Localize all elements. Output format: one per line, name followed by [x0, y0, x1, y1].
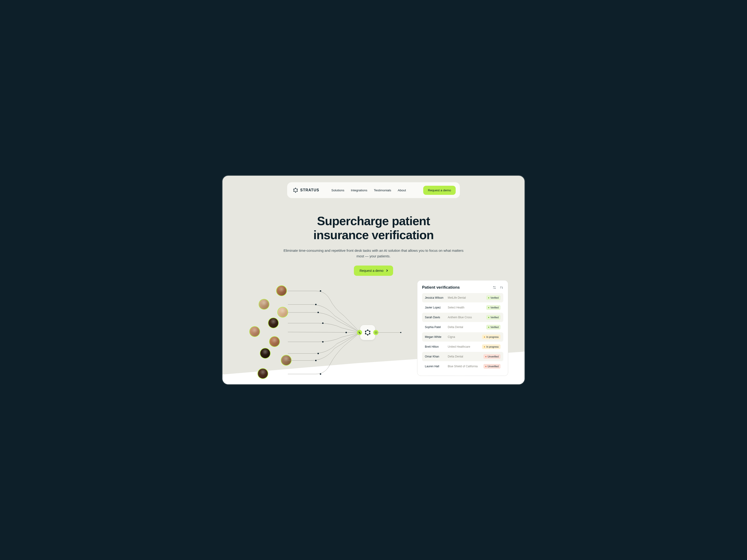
avatar	[257, 368, 268, 379]
hero-title-line2: insurance verification	[313, 228, 434, 242]
status-label: Verified	[490, 326, 499, 328]
patient-name: Lauren Hall	[425, 365, 448, 368]
nav-link-solutions[interactable]: Solutions	[331, 189, 344, 192]
brand-logo[interactable]: STRATUS	[293, 187, 319, 193]
status-dot-icon	[485, 356, 487, 357]
status-label: In progress	[486, 345, 499, 348]
svg-point-14	[320, 373, 321, 375]
status-dot-icon	[484, 346, 485, 347]
status-badge: Unverified	[484, 354, 500, 359]
hero-request-demo-button[interactable]: Request a demo	[354, 266, 393, 276]
status-badge: Verified	[486, 325, 500, 329]
phone-icon	[357, 330, 362, 335]
insurance-provider: MetLife Dental	[448, 296, 486, 299]
status-label: Unverified	[488, 365, 499, 368]
status-label: Unverified	[488, 355, 499, 358]
insurance-provider: Anthem Blue Cross	[448, 316, 486, 319]
table-row[interactable]: Sarah DavisAnthem Blue CrossVerified	[422, 313, 503, 322]
hero-section: Supercharge patient insurance verificati…	[282, 214, 465, 276]
output-line	[376, 332, 401, 333]
status-label: In progress	[486, 336, 499, 338]
status-label: Verified	[490, 316, 499, 319]
avatar	[249, 326, 260, 337]
status-badge: Verified	[486, 295, 500, 300]
svg-point-23	[493, 286, 494, 287]
avatar	[276, 285, 287, 296]
status-dot-icon	[488, 327, 489, 328]
status-dot-icon	[484, 337, 485, 338]
status-dot-icon	[485, 366, 487, 367]
status-dot-icon	[488, 297, 489, 298]
svg-point-9	[322, 322, 324, 324]
chevron-right-icon	[385, 269, 388, 272]
nav-request-demo-button[interactable]: Request a demo	[423, 186, 456, 195]
status-label: Verified	[490, 296, 499, 299]
insurance-provider: Select Health	[448, 306, 486, 309]
svg-point-11	[322, 341, 324, 343]
hero-title-line1: Supercharge patient	[317, 214, 430, 228]
hero-title: Supercharge patient insurance verificati…	[282, 214, 465, 242]
hero-subtitle: Eliminate time-consuming and repetitive …	[282, 248, 465, 259]
svg-point-8	[317, 312, 319, 313]
status-badge: Unverified	[484, 364, 500, 369]
svg-point-26	[495, 288, 495, 289]
table-row[interactable]: Omar KhanDelta DentalUnverified	[422, 352, 503, 361]
device-frame: STRATUS Solutions Integrations Testimoni…	[222, 175, 525, 385]
nav-links: Solutions Integrations Testimonials Abou…	[331, 189, 406, 192]
insurance-provider: United Healthcare	[448, 345, 482, 348]
patient-name: Megan White	[425, 335, 448, 339]
insurance-provider: Cigna	[448, 335, 482, 339]
connector-lines	[288, 288, 363, 379]
status-badge: Verified	[486, 305, 500, 310]
table-row[interactable]: Megan WhiteCignaIn progress	[422, 332, 503, 342]
status-label: Verified	[490, 306, 499, 309]
status-badge: In progress	[482, 335, 500, 339]
logo-icon	[293, 187, 298, 193]
status-dot-icon	[488, 317, 489, 318]
sort-icon[interactable]	[499, 286, 503, 289]
patient-name: Javier Lopez	[425, 306, 448, 309]
panel-header: Patient verifications	[422, 285, 503, 290]
table-row[interactable]: Lauren HallBlue Shield of CaliforniaUnve…	[422, 362, 503, 371]
status-dot-icon	[488, 307, 489, 308]
hub-node	[360, 325, 375, 340]
filter-icon[interactable]	[493, 286, 496, 289]
hero-cta-label: Request a demo	[360, 269, 384, 272]
top-nav: STRATUS Solutions Integrations Testimoni…	[287, 182, 460, 198]
table-row[interactable]: Brett HiltonUnited HealthcareIn progress	[422, 342, 503, 351]
insurance-provider: Blue Shield of California	[448, 365, 484, 368]
status-badge: In progress	[482, 344, 500, 349]
verification-rows: Jessica WilsonMetLife DentalVerifiedJavi…	[422, 293, 503, 371]
flow-illustration	[236, 283, 400, 381]
svg-point-7	[315, 304, 316, 305]
status-badge: Verified	[486, 315, 500, 320]
nav-link-about[interactable]: About	[398, 189, 406, 192]
verifications-panel: Patient verifications Jessica WilsonMetL…	[417, 280, 508, 376]
table-row[interactable]: Jessica WilsonMetLife DentalVerified	[422, 293, 503, 302]
avatar	[259, 299, 269, 310]
logo-icon	[364, 329, 371, 336]
patient-name: Brett Hilton	[425, 345, 448, 348]
svg-point-13	[315, 360, 316, 361]
nav-link-testimonials[interactable]: Testimonials	[374, 189, 391, 192]
patient-name: Sophia Patel	[425, 325, 448, 329]
panel-title: Patient verifications	[422, 285, 460, 290]
insurance-provider: Delta Dental	[448, 355, 484, 358]
brand-name: STRATUS	[300, 188, 319, 192]
svg-point-10	[345, 332, 347, 333]
table-row[interactable]: Javier LopezSelect HealthVerified	[422, 303, 503, 312]
avatar	[260, 348, 271, 358]
patient-name: Jessica Wilson	[425, 296, 448, 299]
table-row[interactable]: Sophia PatelDelta DentalVerified	[422, 322, 503, 332]
avatar	[268, 318, 279, 328]
avatar	[277, 307, 288, 318]
insurance-provider: Delta Dental	[448, 325, 486, 329]
svg-point-6	[320, 290, 321, 292]
avatar	[269, 336, 280, 347]
patient-name: Omar Khan	[425, 355, 448, 358]
nav-link-integrations[interactable]: Integrations	[351, 189, 367, 192]
patient-name: Sarah Davis	[425, 316, 448, 319]
svg-point-12	[317, 353, 319, 354]
